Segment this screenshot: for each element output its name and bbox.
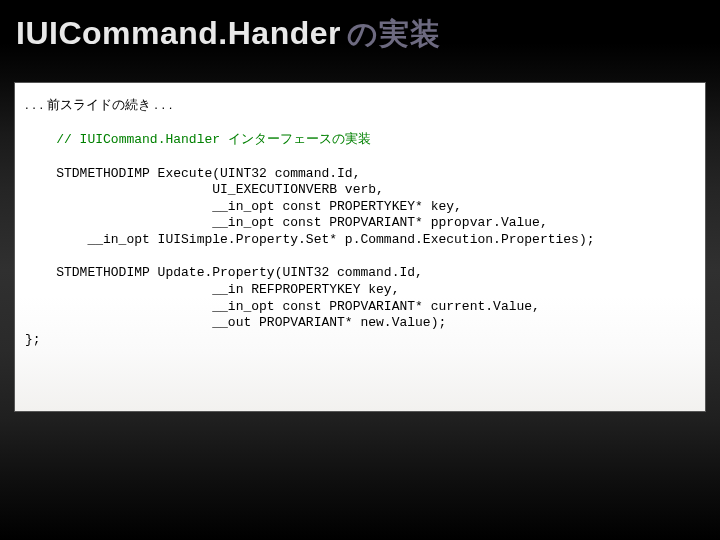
code-block: . . . 前スライドの続き . . . // IUICommand.Handl… — [25, 97, 695, 348]
continuation-note: . . . 前スライドの続き . . . — [25, 97, 172, 112]
comment-prefix: // IUICommand.Handler — [56, 132, 228, 147]
comment-jp: インターフェースの実装 — [228, 131, 371, 146]
title-sub: の実装 — [347, 14, 441, 55]
slide: IUICommand.Hander の実装 . . . 前スライドの続き . .… — [0, 0, 720, 540]
code-update: STDMETHODIMP Update.Property(UINT32 comm… — [25, 265, 540, 347]
title-main: IUICommand.Hander — [16, 15, 341, 52]
code-execute: STDMETHODIMP Execute(UINT32 command.Id, … — [25, 166, 595, 248]
slide-title: IUICommand.Hander の実装 — [16, 14, 441, 55]
code-panel: . . . 前スライドの続き . . . // IUICommand.Handl… — [14, 82, 706, 412]
